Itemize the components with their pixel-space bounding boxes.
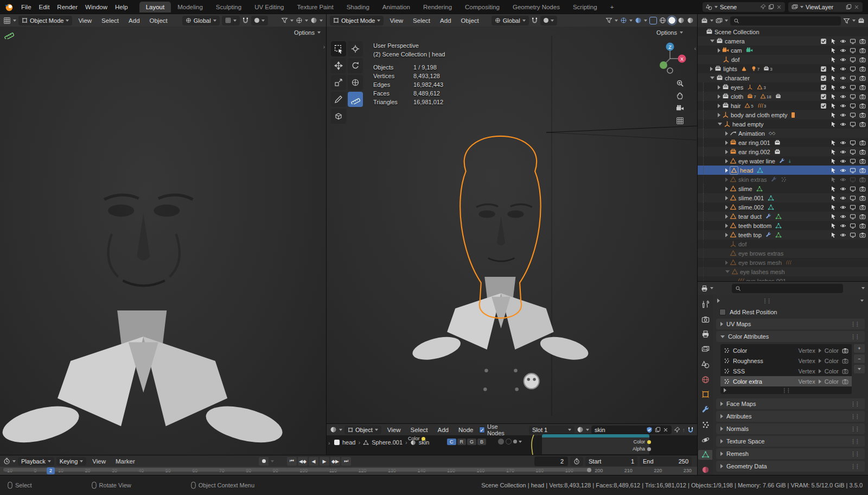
add-rest-position-checkbox[interactable] — [719, 309, 726, 315]
hide-viewport-toggle[interactable] — [840, 38, 846, 45]
hide-viewport-toggle[interactable] — [840, 112, 846, 118]
menu-view[interactable]: View — [88, 457, 110, 466]
render-toggle[interactable] — [859, 186, 866, 192]
selectable-toggle[interactable] — [830, 139, 837, 146]
disable-viewport-toggle[interactable] — [850, 47, 856, 54]
workspace-tab-shading[interactable]: Shading — [340, 2, 376, 12]
render-toggle[interactable] — [859, 204, 866, 211]
workspace-tab-uv-editing[interactable]: UV Editing — [248, 2, 290, 12]
selectable-toggle[interactable] — [830, 84, 837, 91]
panel-uv-maps[interactable]: UV Maps⡇⡇ — [716, 319, 865, 329]
selectable-toggle[interactable] — [830, 195, 837, 201]
shader-editor[interactable]: Object View Select Add Node ✓ Use Nodes … — [327, 424, 697, 455]
selectable-toggle[interactable] — [830, 121, 837, 128]
current-frame-field[interactable]: 2 — [534, 456, 568, 466]
disable-viewport-toggle[interactable] — [850, 66, 856, 72]
render-color-icon[interactable] — [842, 358, 848, 364]
use-nodes-checkbox[interactable]: ✓ — [479, 427, 485, 433]
hide-viewport-toggle[interactable] — [840, 139, 846, 146]
hide-viewport-toggle[interactable] — [840, 84, 846, 91]
outliner-row[interactable]: character — [698, 73, 868, 82]
socket-color[interactable] — [422, 437, 425, 441]
keying-menu[interactable]: Keying — [56, 457, 87, 466]
selectable-toggle[interactable] — [830, 176, 837, 183]
socket-alpha[interactable] — [647, 447, 651, 451]
render-color-icon[interactable] — [842, 347, 848, 354]
render-toggle[interactable] — [859, 232, 866, 238]
menu-marker[interactable]: Marker — [112, 457, 139, 466]
editor-type-icon[interactable] — [330, 426, 337, 433]
render-toggle[interactable] — [859, 195, 866, 201]
snap-icon[interactable] — [687, 427, 694, 433]
jump-to-start-button[interactable]: ⏮ — [287, 457, 297, 466]
disable-viewport-toggle[interactable] — [850, 139, 856, 146]
hide-viewport-toggle[interactable] — [840, 176, 846, 183]
panel-remesh[interactable]: Remesh⡇⡇ — [716, 448, 865, 459]
disable-viewport-toggle[interactable] — [850, 186, 856, 192]
outliner-row[interactable]: teeth top — [698, 230, 868, 239]
viewport-right[interactable]: Object Mode View Select Add Object Globa… — [327, 14, 697, 423]
outliner-row[interactable]: eye water line ⤓ — [698, 156, 868, 166]
render-toggle[interactable] — [859, 38, 866, 45]
next-keyframe-button[interactable]: ◆▶ — [330, 457, 340, 466]
add-rest-position-row[interactable]: Add Rest Position — [719, 309, 864, 315]
exclude-checkbox[interactable] — [820, 66, 827, 72]
hide-viewport-toggle[interactable] — [840, 223, 846, 229]
hide-viewport-toggle[interactable] — [840, 167, 846, 174]
render-toggle[interactable] — [859, 139, 866, 146]
disable-viewport-toggle[interactable] — [850, 121, 856, 128]
fake-user-shield-icon[interactable] — [646, 427, 653, 433]
outliner-row-scene-collection[interactable]: Scene Collection — [698, 27, 868, 36]
hide-viewport-toggle[interactable] — [840, 149, 846, 155]
selectable-toggle[interactable] — [830, 66, 837, 72]
tab-object[interactable] — [698, 390, 712, 400]
selectable-toggle[interactable] — [830, 149, 837, 155]
render-toggle[interactable] — [859, 93, 866, 100]
exclude-checkbox[interactable] — [820, 93, 827, 100]
tab-modifiers[interactable] — [698, 404, 712, 415]
tab-world[interactable] — [698, 375, 712, 385]
render-toggle[interactable] — [859, 84, 866, 91]
outliner[interactable]: Scene Collection camera cam — [698, 14, 868, 281]
outliner-row[interactable]: Animation ◇◇ — [698, 129, 868, 138]
menu-render[interactable]: Render — [53, 3, 81, 11]
disable-viewport-toggle[interactable] — [850, 84, 856, 91]
breadcrumb-object[interactable]: head — [342, 439, 355, 446]
disable-viewport-toggle[interactable] — [850, 167, 856, 174]
jump-to-end-button[interactable]: ⏭ — [341, 457, 351, 466]
workspace-tab-sculpting[interactable]: Sculpting — [209, 2, 248, 12]
outliner-row[interactable]: tear duct — [698, 212, 868, 221]
auto-keying-button[interactable] — [259, 457, 269, 466]
tab-particles[interactable] — [698, 420, 712, 430]
disable-viewport-toggle[interactable] — [850, 38, 856, 45]
editor-type-icon[interactable] — [701, 17, 708, 24]
selectable-toggle[interactable] — [830, 38, 837, 45]
selectable-toggle[interactable] — [830, 186, 837, 192]
disable-viewport-toggle[interactable] — [850, 93, 856, 100]
filter-icon[interactable] — [843, 17, 850, 24]
material-name-field[interactable]: skin — [591, 426, 671, 434]
outliner-row[interactable]: slime.002 — [698, 202, 868, 212]
menu-help[interactable]: Help — [111, 3, 132, 11]
selectable-toggle[interactable] — [830, 223, 837, 229]
tab-view-layer[interactable] — [698, 344, 712, 354]
new-collection-icon[interactable] — [858, 17, 865, 24]
disable-viewport-toggle[interactable] — [850, 176, 856, 183]
timeline-ruler[interactable]: -100102030405060708090100110120130140150… — [0, 467, 697, 475]
outliner-row[interactable]: ear ring.002 — [698, 147, 868, 156]
exclude-checkbox[interactable] — [820, 75, 827, 81]
selectable-toggle[interactable] — [830, 112, 837, 118]
workspace-tab-rendering[interactable]: Rendering — [417, 2, 458, 12]
workspace-tab-animation[interactable]: Animation — [376, 2, 417, 12]
copy-icon[interactable] — [846, 4, 852, 10]
close-icon[interactable] — [776, 4, 782, 10]
render-toggle[interactable] — [859, 167, 866, 174]
render-toggle[interactable] — [859, 112, 866, 118]
render-toggle[interactable] — [859, 158, 866, 164]
outliner-row[interactable]: skin extras — [698, 175, 868, 184]
workspace-tab-layout[interactable]: Layout — [139, 2, 171, 12]
display-mode-icon[interactable] — [716, 17, 723, 24]
hide-viewport-toggle[interactable] — [840, 186, 846, 192]
render-toggle[interactable] — [859, 66, 866, 72]
properties-options-icon[interactable] — [861, 287, 865, 289]
